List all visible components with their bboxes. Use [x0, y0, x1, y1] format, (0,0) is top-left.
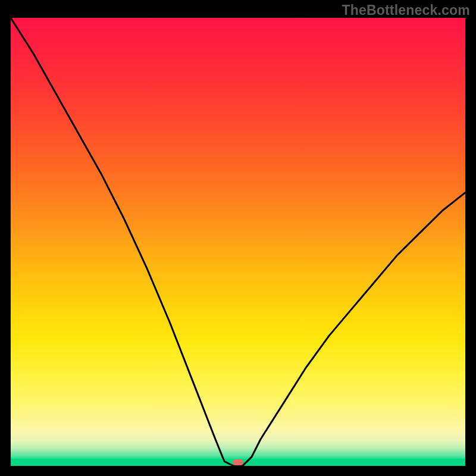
bottleneck-curve: [11, 18, 465, 466]
plot-area: [11, 18, 465, 466]
watermark-text: TheBottleneck.com: [342, 2, 470, 18]
chart-frame: TheBottleneck.com: [0, 0, 476, 476]
curve-path: [11, 18, 465, 466]
min-marker: [233, 459, 243, 465]
